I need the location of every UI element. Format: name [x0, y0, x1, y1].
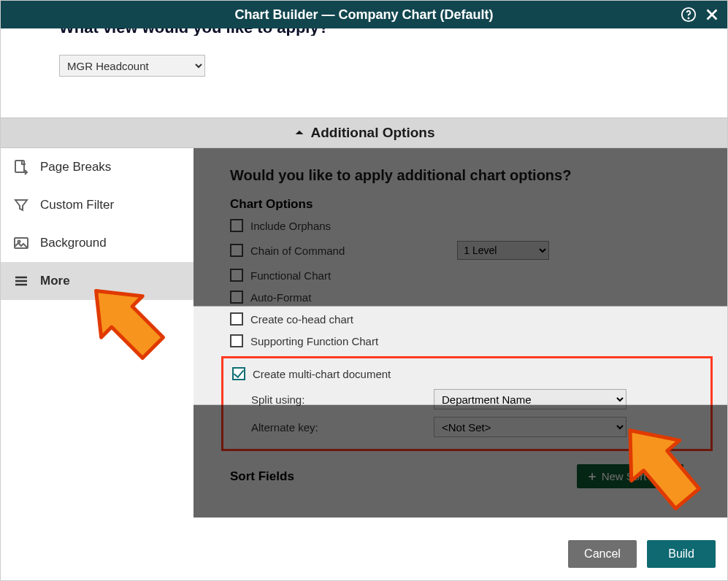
- accordion-label: Additional Options: [311, 125, 435, 141]
- supporting-function-row[interactable]: Supporting Function Chart: [230, 334, 698, 347]
- checkbox-label: Auto-Format: [250, 291, 311, 304]
- sidebar-item-label: Background: [40, 236, 182, 250]
- checkbox-label: Chain of Command: [250, 245, 345, 257]
- checkbox-label: Create co-head chart: [250, 313, 353, 326]
- multichart-highlight-box: Create multi-chart document Split using:…: [221, 356, 713, 451]
- sort-fields-label: Sort Fields: [230, 469, 294, 484]
- new-sort-field-button[interactable]: New Sort Field: [577, 464, 683, 488]
- help-icon[interactable]: [681, 7, 697, 23]
- checkbox-icon[interactable]: [230, 334, 243, 347]
- functional-chart-row[interactable]: Functional Chart: [230, 269, 698, 282]
- additional-options-header[interactable]: Additional Options: [1, 118, 727, 148]
- sidebar-item-custom-filter[interactable]: Custom Filter: [1, 186, 194, 224]
- svg-rect-2: [15, 161, 24, 172]
- split-using-row: Split using: Department Name: [251, 389, 699, 409]
- alternate-key-select[interactable]: <Not Set>: [434, 417, 627, 437]
- checkbox-label: Include Orphans: [250, 220, 331, 232]
- checkbox-icon[interactable]: [230, 219, 243, 232]
- title-bar: Chart Builder — Company Chart (Default): [1, 1, 727, 28]
- multi-chart-row[interactable]: Create multi-chart document: [232, 367, 699, 380]
- filter-icon: [12, 196, 30, 214]
- chart-options-label: Chart Options: [230, 197, 698, 212]
- checkbox-icon[interactable]: [230, 244, 243, 257]
- split-using-select[interactable]: Department Name: [434, 389, 627, 409]
- checkbox-checked-icon[interactable]: [232, 367, 245, 380]
- lower-section: Page Breaks Custom Filter Background Mor…: [1, 148, 727, 517]
- sidebar-item-page-breaks[interactable]: Page Breaks: [1, 148, 194, 186]
- sidebar-item-background[interactable]: Background: [1, 224, 194, 262]
- sort-fields-section: Sort Fields New Sort Field: [230, 464, 698, 488]
- alternate-key-row: Alternate key: <Not Set>: [251, 417, 699, 437]
- build-button[interactable]: Build: [647, 540, 716, 568]
- chart-builder-dialog: Chart Builder — Company Chart (Default) …: [0, 0, 728, 581]
- checkbox-label: Supporting Function Chart: [250, 335, 378, 347]
- co-head-row[interactable]: Create co-head chart: [230, 312, 698, 326]
- auto-format-row[interactable]: Auto-Format: [230, 290, 698, 304]
- checkbox-icon[interactable]: [230, 290, 243, 304]
- split-using-label: Split using:: [251, 393, 434, 406]
- dialog-footer: Cancel Build: [568, 528, 727, 580]
- view-select[interactable]: MGR Headcount: [59, 55, 205, 77]
- checkbox-icon[interactable]: [230, 269, 243, 282]
- new-sort-field-label: New Sort Field: [602, 470, 673, 482]
- svg-point-1: [688, 18, 689, 18]
- options-panel: Would you like to apply additional chart…: [194, 148, 727, 517]
- alternate-key-label: Alternate key:: [251, 421, 434, 434]
- include-orphans-row[interactable]: Include Orphans: [230, 219, 698, 232]
- chain-levels-select[interactable]: 1 Level: [457, 241, 549, 260]
- panel-heading: Would you like to apply additional chart…: [230, 167, 698, 184]
- close-icon[interactable]: [704, 7, 720, 23]
- cancel-button[interactable]: Cancel: [568, 540, 637, 568]
- sidebar-item-label: More: [40, 274, 182, 288]
- page-breaks-icon: [12, 158, 30, 176]
- chain-of-command-row[interactable]: Chain of Command 1 Level: [230, 241, 698, 260]
- options-sidebar: Page Breaks Custom Filter Background Mor…: [1, 148, 194, 517]
- chevron-up-icon: [294, 127, 305, 139]
- image-icon: [12, 234, 30, 252]
- checkbox-label: Functional Chart: [250, 269, 331, 282]
- checkbox-label: Create multi-chart document: [253, 368, 391, 380]
- window-title: Chart Builder — Company Chart (Default): [234, 7, 493, 23]
- checkbox-icon[interactable]: [230, 312, 243, 326]
- plus-icon: [587, 472, 597, 482]
- sidebar-item-label: Page Breaks: [40, 160, 182, 174]
- sidebar-item-label: Custom Filter: [40, 198, 182, 212]
- hamburger-icon: [12, 272, 30, 290]
- sidebar-item-more[interactable]: More: [1, 262, 194, 300]
